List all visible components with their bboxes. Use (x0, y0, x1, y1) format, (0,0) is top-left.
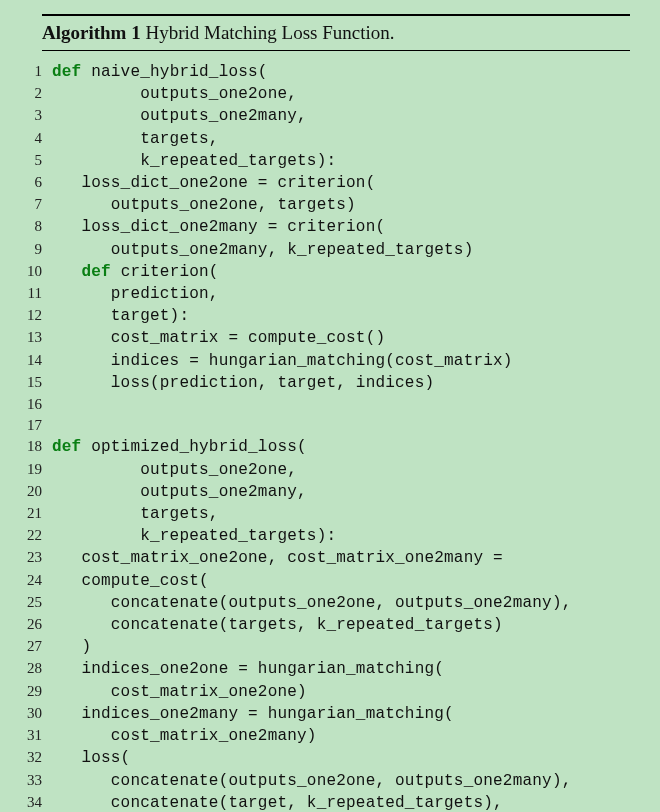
code-source: loss( (52, 748, 130, 769)
code-source: def optimized_hybrid_loss( (52, 437, 307, 458)
identifier: target): (111, 307, 189, 325)
code-source: def naive_hybrid_loss( (52, 62, 268, 83)
code-line: 11 prediction, (16, 283, 630, 305)
identifier: targets, (140, 505, 218, 523)
function-name: optimized_hybrid_loss( (91, 438, 307, 456)
code-source: loss(prediction, target, indices) (52, 373, 434, 394)
identifier: indices_one2one = hungarian_matching( (81, 660, 444, 678)
code-line: 28 indices_one2one = hungarian_matching( (16, 658, 630, 680)
identifier: ) (81, 638, 91, 656)
code-line: 21 targets, (16, 503, 630, 525)
code-source: outputs_one2one, (52, 84, 297, 105)
identifier: indices = hungarian_matching(cost_matrix… (111, 352, 513, 370)
code-source: outputs_one2many, k_repeated_targets) (52, 240, 473, 261)
line-number: 32 (16, 747, 52, 768)
line-number: 34 (16, 792, 52, 812)
code-source: target): (52, 306, 189, 327)
line-number: 22 (16, 525, 52, 546)
code-line: 18def optimized_hybrid_loss( (16, 436, 630, 458)
line-number: 20 (16, 481, 52, 502)
line-number: 16 (16, 394, 52, 415)
code-line: 16 (16, 394, 630, 415)
algorithm-label: Algorithm 1 (42, 22, 141, 43)
line-number: 13 (16, 327, 52, 348)
code-source: concatenate(target, k_repeated_targets), (52, 793, 503, 812)
code-source: k_repeated_targets): (52, 526, 336, 547)
code-line: 15 loss(prediction, target, indices) (16, 372, 630, 394)
identifier: outputs_one2many, (140, 483, 307, 501)
identifier: concatenate(targets, k_repeated_targets) (111, 616, 503, 634)
line-number: 9 (16, 239, 52, 260)
line-number: 17 (16, 415, 52, 436)
line-number: 31 (16, 725, 52, 746)
keyword: def (81, 263, 120, 281)
identifier: concatenate(target, k_repeated_targets), (111, 794, 503, 812)
line-number: 12 (16, 305, 52, 326)
code-source: cost_matrix_one2many) (52, 726, 317, 747)
line-number: 14 (16, 350, 52, 371)
function-name: naive_hybrid_loss( (91, 63, 267, 81)
line-number: 21 (16, 503, 52, 524)
code-source: loss_dict_one2one = criterion( (52, 173, 375, 194)
identifier: cost_matrix_one2one, cost_matrix_one2man… (81, 549, 502, 567)
code-source: targets, (52, 504, 219, 525)
code-line: 9 outputs_one2many, k_repeated_targets) (16, 239, 630, 261)
identifier: k_repeated_targets): (140, 152, 336, 170)
identifier: outputs_one2one, targets) (111, 196, 356, 214)
code-source: outputs_one2many, (52, 482, 307, 503)
algorithm-header: Algorithm 1 Hybrid Matching Loss Functio… (42, 20, 630, 46)
code-line: 1def naive_hybrid_loss( (16, 61, 630, 83)
code-line: 5 k_repeated_targets): (16, 150, 630, 172)
identifier: outputs_one2one, (140, 85, 297, 103)
line-number: 10 (16, 261, 52, 282)
identifier: loss( (81, 749, 130, 767)
code-source: outputs_one2one, (52, 460, 297, 481)
identifier: outputs_one2many, (140, 107, 307, 125)
code-source: cost_matrix_one2one) (52, 682, 307, 703)
keyword: def (52, 438, 91, 456)
identifier: concatenate(outputs_one2one, outputs_one… (111, 594, 572, 612)
function-name: criterion( (121, 263, 219, 281)
identifier: loss_dict_one2many = criterion( (81, 218, 385, 236)
code-source: indices = hungarian_matching(cost_matrix… (52, 351, 513, 372)
line-number: 25 (16, 592, 52, 613)
code-source: indices_one2many = hungarian_matching( (52, 704, 454, 725)
identifier: loss_dict_one2one = criterion( (81, 174, 375, 192)
code-source: outputs_one2one, targets) (52, 195, 356, 216)
code-line: 22 k_repeated_targets): (16, 525, 630, 547)
code-line: 12 target): (16, 305, 630, 327)
code-source: outputs_one2many, (52, 106, 307, 127)
code-line: 6 loss_dict_one2one = criterion( (16, 172, 630, 194)
line-number: 19 (16, 459, 52, 480)
line-number: 7 (16, 194, 52, 215)
code-line: 17 (16, 415, 630, 436)
code-line: 14 indices = hungarian_matching(cost_mat… (16, 350, 630, 372)
code-source: concatenate(outputs_one2one, outputs_one… (52, 593, 572, 614)
code-source: concatenate(targets, k_repeated_targets) (52, 615, 503, 636)
code-line: 4 targets, (16, 128, 630, 150)
line-number: 6 (16, 172, 52, 193)
code-line: 8 loss_dict_one2many = criterion( (16, 216, 630, 238)
code-source: ) (52, 637, 91, 658)
identifier: cost_matrix = compute_cost() (111, 329, 385, 347)
identifier: cost_matrix_one2one) (111, 683, 307, 701)
code-line: 19 outputs_one2one, (16, 459, 630, 481)
code-source: loss_dict_one2many = criterion( (52, 217, 385, 238)
code-line: 13 cost_matrix = compute_cost() (16, 327, 630, 349)
identifier: compute_cost( (81, 572, 208, 590)
line-number: 33 (16, 770, 52, 791)
page: Algorithm 1 Hybrid Matching Loss Functio… (0, 0, 660, 812)
code-line: 3 outputs_one2many, (16, 105, 630, 127)
line-number: 2 (16, 83, 52, 104)
code-line: 24 compute_cost( (16, 570, 630, 592)
line-number: 15 (16, 372, 52, 393)
line-number: 26 (16, 614, 52, 635)
code-source: k_repeated_targets): (52, 151, 336, 172)
code-source: indices_one2one = hungarian_matching( (52, 659, 444, 680)
code-line: 34 concatenate(target, k_repeated_target… (16, 792, 630, 812)
identifier: targets, (140, 130, 218, 148)
identifier: cost_matrix_one2many) (111, 727, 317, 745)
line-number: 3 (16, 105, 52, 126)
code-source: targets, (52, 129, 219, 150)
identifier: outputs_one2many, k_repeated_targets) (111, 241, 474, 259)
